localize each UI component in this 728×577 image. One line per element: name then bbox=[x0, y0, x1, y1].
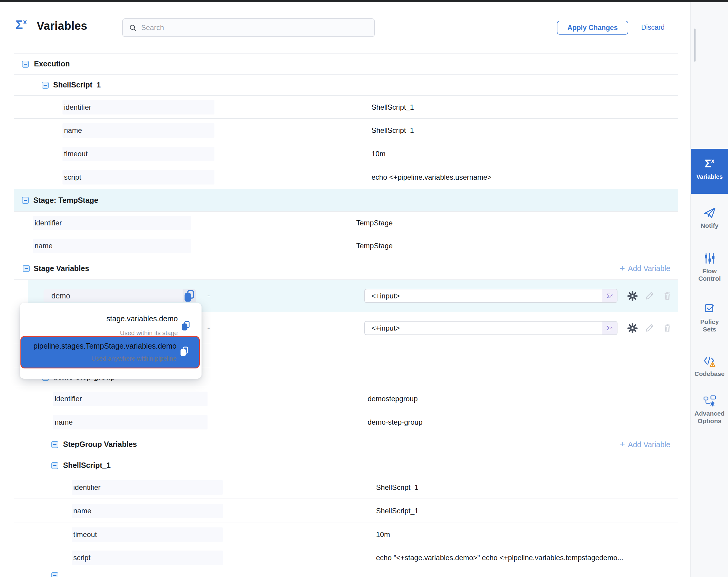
collapse-minus-icon[interactable] bbox=[51, 572, 58, 577]
field-value: 10m bbox=[371, 150, 386, 158]
vertical-scrollbar[interactable] bbox=[694, 29, 696, 61]
variable-name-chip[interactable]: demo bbox=[44, 290, 196, 302]
search-box[interactable] bbox=[122, 18, 375, 37]
field-value: ShellScript_1 bbox=[376, 483, 418, 492]
sidebar-item-label: FlowControl bbox=[691, 268, 728, 282]
field-name-chip[interactable]: timeout bbox=[72, 527, 223, 542]
tree-field-row: identifierShellScript_1 bbox=[14, 476, 678, 499]
tree-section-row: ShellScript_1 bbox=[14, 75, 678, 96]
tree-field-row: identifierShellScript_1 bbox=[14, 96, 678, 119]
variable-row-actions bbox=[627, 291, 673, 301]
variable-value-input[interactable]: <+input> bbox=[365, 292, 602, 300]
variable-value-field[interactable]: <+input>Σx bbox=[364, 321, 618, 335]
expression-sigma-button[interactable]: Σx bbox=[602, 290, 617, 302]
field-name-chip[interactable]: identifier bbox=[72, 480, 223, 495]
section-label: Stage: TempStage bbox=[33, 196, 98, 205]
edit-pencil-icon[interactable] bbox=[645, 323, 655, 333]
field-value: echo <+pipeline.variables.username> bbox=[371, 173, 492, 181]
collapse-minus-icon[interactable] bbox=[42, 82, 49, 89]
sidebar-item-label: Variables bbox=[691, 173, 728, 181]
right-nav-sidebar: ΣxVariablesNotifyFlowControlPolicySetsCo… bbox=[691, 2, 728, 577]
variable-row-actions bbox=[627, 323, 673, 333]
variable-name: demo bbox=[44, 292, 183, 300]
discard-button[interactable]: Discard bbox=[641, 23, 665, 31]
collapse-minus-icon[interactable] bbox=[23, 265, 30, 272]
copy-expression-button[interactable] bbox=[180, 345, 189, 357]
tree-section-row bbox=[14, 569, 678, 577]
field-value: demostepgroup bbox=[368, 395, 418, 403]
tree-section-row: ShellScript_1 bbox=[14, 455, 678, 476]
delete-trash-icon[interactable] bbox=[662, 323, 672, 333]
copy-icon[interactable] bbox=[183, 290, 196, 302]
expression-scope-text: Used anywhere within pipeline bbox=[91, 355, 177, 362]
copy-icon[interactable] bbox=[180, 345, 189, 357]
selected-expression-entry[interactable]: pipeline.stages.TempStage.variables.demo… bbox=[20, 336, 200, 369]
field-value: TempStage bbox=[356, 219, 392, 227]
settings-gear-icon[interactable] bbox=[627, 291, 638, 301]
add-variable-label: Add Variable bbox=[628, 264, 670, 273]
apply-changes-button[interactable]: Apply Changes bbox=[557, 21, 628, 34]
sidebar-item-advanced-options[interactable]: AdvancedOptions bbox=[691, 394, 728, 425]
field-name-chip[interactable]: name bbox=[53, 415, 208, 429]
add-variable-button[interactable]: +Add Variable bbox=[620, 264, 670, 273]
field-name-chip[interactable]: script bbox=[62, 170, 214, 184]
sidebar-item-label: AdvancedOptions bbox=[691, 410, 728, 425]
variables-sigma-icon: Σx bbox=[16, 19, 26, 31]
field-value: ShellScript_1 bbox=[371, 103, 414, 111]
sidebar-item-label: PolicySets bbox=[691, 318, 728, 333]
settings-gear-icon[interactable] bbox=[627, 323, 638, 333]
tree-field-row: identifierdemostepgroup bbox=[14, 387, 678, 410]
delete-trash-icon[interactable] bbox=[662, 291, 672, 301]
add-variable-button[interactable]: +Add Variable bbox=[620, 440, 670, 449]
section-label: Execution bbox=[34, 59, 70, 68]
tree-field-row: identifierTempStage bbox=[14, 211, 678, 234]
field-name-chip[interactable]: name bbox=[33, 239, 191, 253]
collapse-minus-icon[interactable] bbox=[22, 61, 29, 68]
expression-text: pipeline.stages.TempStage.variables.demo bbox=[33, 342, 177, 350]
copy-icon[interactable] bbox=[181, 320, 191, 332]
collapse-minus-icon[interactable] bbox=[51, 462, 58, 469]
policy-sets-icon bbox=[691, 302, 728, 316]
required-mark: - bbox=[207, 291, 210, 300]
section-label: Stage Variables bbox=[34, 264, 89, 273]
variable-value-field[interactable]: <+input>Σx bbox=[364, 289, 618, 303]
expression-text[interactable]: stage.variables.demo bbox=[106, 315, 178, 323]
field-name-chip[interactable]: identifier bbox=[53, 392, 208, 406]
variable-value-input[interactable]: <+input> bbox=[365, 324, 602, 332]
field-name-chip[interactable]: name bbox=[62, 123, 214, 137]
edit-pencil-icon[interactable] bbox=[645, 291, 655, 301]
field-name-chip[interactable]: script bbox=[72, 551, 223, 565]
tree-field-row: scriptecho "<+stage.variables.demo>" ech… bbox=[14, 546, 678, 569]
search-input[interactable] bbox=[141, 23, 368, 32]
field-name-chip[interactable]: timeout bbox=[62, 147, 214, 161]
page-title: Variables bbox=[37, 20, 87, 32]
sidebar-item-variables[interactable]: ΣxVariables bbox=[691, 149, 728, 194]
field-name-chip[interactable]: identifier bbox=[62, 100, 214, 115]
tree-section-row: StepGroup Variables+Add Variable bbox=[14, 434, 678, 455]
section-label: StepGroup Variables bbox=[63, 440, 137, 449]
field-value: demo-step-group bbox=[368, 418, 422, 426]
collapse-minus-icon[interactable] bbox=[51, 441, 58, 448]
plus-icon: + bbox=[620, 264, 625, 273]
tree-field-row: nameShellScript_1 bbox=[14, 499, 678, 523]
search-icon bbox=[129, 24, 137, 32]
tree-section-row: Stage Variables+Add Variable bbox=[14, 257, 678, 280]
advanced-options-icon bbox=[691, 394, 728, 407]
field-name-chip[interactable]: identifier bbox=[33, 216, 191, 230]
sidebar-item-policy-sets[interactable]: PolicySets bbox=[691, 302, 728, 333]
field-value: 10m bbox=[376, 530, 390, 539]
field-name-chip[interactable]: name bbox=[72, 504, 223, 518]
collapse-minus-icon[interactable] bbox=[22, 197, 29, 204]
codebase-icon bbox=[691, 354, 728, 368]
field-value: TempStage bbox=[356, 242, 392, 250]
tree-field-row: nameTempStage bbox=[14, 234, 678, 257]
expression-sigma-button[interactable]: Σx bbox=[602, 322, 617, 334]
os-top-bar bbox=[0, 0, 728, 2]
sidebar-item-flow-control[interactable]: FlowControl bbox=[691, 252, 728, 282]
copy-variable-button[interactable] bbox=[183, 290, 196, 302]
section-label: ShellScript_1 bbox=[63, 461, 110, 470]
sidebar-item-codebase[interactable]: Codebase bbox=[691, 354, 728, 378]
sidebar-item-notify[interactable]: Notify bbox=[691, 206, 728, 230]
tree-section-row: Stage: TempStage bbox=[14, 189, 678, 211]
copy-expression-button[interactable] bbox=[181, 320, 191, 332]
